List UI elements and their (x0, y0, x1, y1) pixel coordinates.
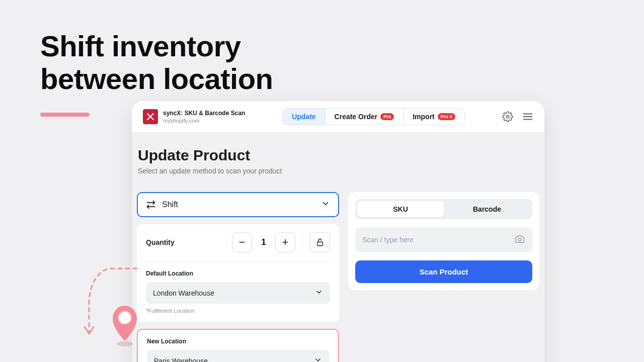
decrement-button[interactable]: − (232, 232, 252, 252)
chevron-down-icon (315, 288, 323, 298)
pro-badge: Pro X (438, 113, 456, 120)
brand-text: syncX: SKU & Barcode Scan myshopify.com (163, 110, 245, 124)
svg-point-3 (118, 311, 131, 324)
new-location-select[interactable]: Paris Warehouse (147, 350, 329, 362)
top-tabs: Update Create Order Pro Import Pro X (282, 108, 465, 125)
lock-button[interactable] (310, 232, 330, 252)
svg-point-4 (118, 311, 131, 324)
divider (302, 233, 303, 251)
new-location-value: Paris Warehouse (154, 357, 208, 363)
card-body: Update Product Select an update method t… (132, 133, 544, 362)
brand-logo-icon (143, 109, 158, 124)
svg-point-1 (518, 238, 521, 241)
scanner-mode-segment: SKU Barcode (355, 199, 532, 219)
card-header: syncX: SKU & Barcode Scan myshopify.com … (132, 101, 544, 133)
swap-icon (146, 200, 156, 210)
app-card: syncX: SKU & Barcode Scan myshopify.com … (132, 101, 544, 362)
default-location-label: Default Location (146, 270, 330, 277)
increment-button[interactable]: + (275, 232, 295, 252)
header-right (502, 111, 533, 122)
method-select[interactable]: Shift (137, 192, 339, 217)
page-headline: Shift inventorybetween location (40, 30, 273, 96)
tab-import[interactable]: Import Pro X (404, 109, 464, 125)
pro-badge: Pro (380, 113, 394, 120)
gear-icon (502, 111, 513, 122)
chevron-down-icon (321, 199, 330, 210)
settings-button[interactable] (502, 111, 513, 122)
tab-create-order-label: Create Order (335, 113, 378, 121)
default-location-value: London Warehouse (153, 289, 214, 297)
brand: syncX: SKU & Barcode Scan myshopify.com (143, 109, 245, 124)
svg-rect-0 (317, 242, 323, 246)
scan-product-button[interactable]: Scan Product (355, 260, 532, 283)
method-label: Shift (162, 200, 178, 209)
scan-input-wrapper (355, 227, 532, 252)
accent-bar (40, 113, 90, 117)
scan-input[interactable] (362, 236, 509, 244)
segment-barcode[interactable]: Barcode (444, 201, 530, 217)
lock-icon (315, 238, 325, 247)
camera-icon[interactable] (514, 233, 525, 246)
tab-update-label: Update (292, 113, 315, 121)
tab-update[interactable]: Update (283, 109, 325, 125)
segment-sku[interactable]: SKU (357, 201, 444, 217)
menu-button[interactable] (522, 111, 533, 122)
tab-import-label: Import (413, 113, 435, 121)
quantity-value: 1 (259, 238, 268, 247)
new-location-panel: New Location Paris Warehouse *Fulfilment… (137, 329, 339, 362)
section-title: Update Product (138, 147, 538, 164)
shop-domain: myshopify.com (163, 118, 245, 124)
default-location-select[interactable]: London Warehouse (146, 282, 330, 304)
tab-create-order[interactable]: Create Order Pro (326, 109, 404, 125)
hamburger-icon (522, 111, 533, 122)
default-location-helper: *Fulfilment Location (146, 308, 330, 314)
scan-panel: SKU Barcode Scan Product (348, 192, 539, 290)
new-location-label: New Location (147, 338, 329, 345)
section-subtitle: Select an update method to scan your pro… (138, 167, 538, 175)
quantity-label: Quantity (146, 238, 175, 246)
chevron-down-icon (314, 356, 322, 362)
quantity-panel: Quantity − 1 + Default Location (137, 224, 339, 322)
app-name: syncX: SKU & Barcode Scan (163, 110, 245, 117)
svg-point-2 (117, 341, 133, 346)
